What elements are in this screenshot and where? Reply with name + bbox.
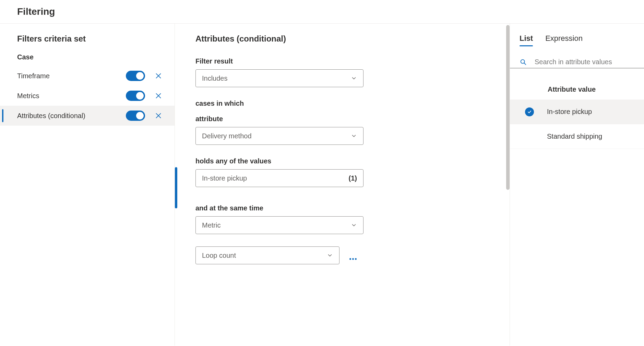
values-box[interactable]: In-store pickup (1) [195,169,363,187]
tab-list[interactable]: List [520,34,533,46]
values-text: In-store pickup [202,174,247,182]
tabs: List Expression [510,34,644,46]
attribute-label: attribute [195,115,494,123]
filter-row-timeframe[interactable]: Timeframe [0,66,175,86]
filter-row-attributes[interactable]: Attributes (conditional) [0,106,175,126]
values-count: (1) [349,174,357,182]
filters-heading: Filters criteria set [0,34,175,53]
page-title: Filtering [0,0,644,24]
toggle-attributes[interactable] [126,111,145,121]
filters-subheading: Case [0,53,175,66]
search-icon [520,58,527,66]
more-options-button[interactable] [347,250,359,268]
tab-expression[interactable]: Expression [545,34,583,46]
check-icon [525,107,534,116]
filter-row-metrics[interactable]: Metrics [0,86,175,106]
value-label: Standard shipping [547,132,602,140]
same-time-label: and at the same time [195,204,494,212]
search-row [510,58,644,68]
filter-result-select[interactable]: Includes [195,69,363,87]
chevron-down-icon [351,222,357,228]
filter-label: Metrics [17,92,126,100]
filter-label: Attributes (conditional) [17,112,126,120]
focus-indicator [175,167,177,208]
select-value: Loop count [202,252,236,260]
attribute-value-heading: Attribute value [510,85,644,100]
filter-result-label: Filter result [195,57,494,65]
close-icon[interactable] [155,92,162,100]
close-icon[interactable] [155,72,162,80]
value-label: In-store pickup [547,108,592,116]
attribute-values-panel: List Expression Attribute value In-store… [510,24,644,346]
filters-panel: Filters criteria set Case Timeframe Metr… [0,24,175,346]
scrollbar[interactable] [506,25,510,190]
detail-heading: Attributes (conditional) [195,34,494,44]
chevron-down-icon [327,252,333,258]
cases-in-which-label: cases in which [195,100,494,107]
loop-count-select[interactable]: Loop count [195,246,339,264]
filter-label: Timeframe [17,72,126,80]
toggle-metrics[interactable] [126,91,145,101]
value-row-in-store-pickup[interactable]: In-store pickup [510,100,644,124]
holds-values-label: holds any of the values [195,157,494,165]
search-input[interactable] [535,58,634,66]
metric-select[interactable]: Metric [195,216,363,234]
attribute-select[interactable]: Delivery method [195,127,363,145]
close-icon[interactable] [155,112,162,119]
select-value: Includes [202,74,228,82]
chevron-down-icon [351,133,357,139]
select-value: Metric [202,221,220,229]
select-value: Delivery method [202,132,252,140]
toggle-timeframe[interactable] [126,71,145,81]
chevron-down-icon [351,75,357,81]
filter-detail-panel: Attributes (conditional) Filter result I… [175,24,510,346]
value-row-standard-shipping[interactable]: Standard shipping [510,124,644,149]
